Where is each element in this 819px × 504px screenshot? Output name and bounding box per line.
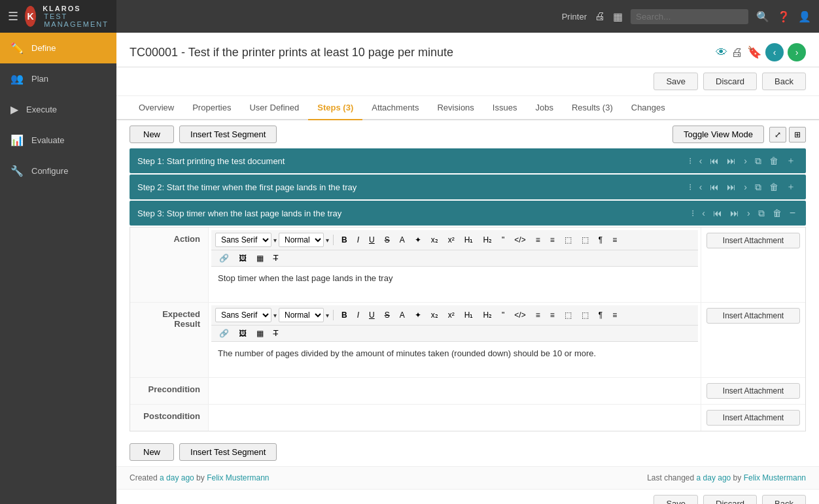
- topbar-search-input[interactable]: [631, 9, 748, 24]
- save-button-bottom[interactable]: Save: [653, 495, 698, 504]
- created-by-link[interactable]: Felix Mustermann: [207, 473, 269, 482]
- step-2-row[interactable]: Step 2: Start the timer when the first p…: [130, 175, 806, 199]
- table-icon[interactable]: ▦: [613, 10, 623, 23]
- tab-changes[interactable]: Changes: [622, 96, 674, 120]
- print-icon[interactable]: 🖨: [731, 46, 743, 59]
- er-quote-btn[interactable]: ": [498, 309, 508, 322]
- er-strikethrough-btn[interactable]: S: [381, 309, 394, 322]
- tab-steps[interactable]: Steps (3): [308, 96, 362, 120]
- step-drag-icon[interactable]: ⁝: [686, 180, 694, 193]
- action-h1-btn[interactable]: H₁: [461, 233, 478, 246]
- action-bold-btn[interactable]: B: [338, 233, 351, 246]
- action-ul-btn[interactable]: ≡: [546, 233, 559, 246]
- step-collapse-icon[interactable]: −: [787, 206, 798, 220]
- tab-overview[interactable]: Overview: [130, 96, 183, 120]
- step-delete-icon[interactable]: 🗑: [767, 154, 781, 167]
- action-sub-btn[interactable]: x₂: [427, 233, 442, 246]
- bookmark-icon[interactable]: 🔖: [747, 45, 761, 59]
- back-button-bottom[interactable]: Back: [762, 495, 806, 504]
- eye-icon[interactable]: 👁: [716, 46, 727, 59]
- step-next-icon[interactable]: ›: [741, 154, 750, 167]
- save-button[interactable]: Save: [653, 73, 698, 90]
- er-sup-btn[interactable]: x²: [444, 309, 459, 322]
- step-delete-icon[interactable]: 🗑: [767, 180, 781, 193]
- action-img-btn[interactable]: 🖼: [235, 252, 251, 265]
- action-quote-btn[interactable]: ": [498, 233, 508, 246]
- er-ol-btn[interactable]: ≡: [532, 309, 544, 322]
- step-prev-icon[interactable]: ‹: [697, 154, 705, 167]
- step-last-icon[interactable]: ⏭: [724, 180, 739, 193]
- discard-button-bottom[interactable]: Discard: [703, 495, 757, 504]
- er-h1-btn[interactable]: H₁: [461, 309, 478, 322]
- er-ul-btn[interactable]: ≡: [546, 309, 559, 322]
- action-clear-btn[interactable]: T̶: [270, 252, 282, 265]
- action-indent-btn[interactable]: ¶: [595, 233, 606, 246]
- step-3-row[interactable]: Step 3: Stop timer when the last page la…: [130, 201, 806, 226]
- step-add-icon[interactable]: ＋: [784, 154, 798, 168]
- er-sub-btn[interactable]: x₂: [427, 309, 442, 322]
- step-first-icon[interactable]: ⏮: [707, 180, 722, 193]
- step-prev-icon[interactable]: ‹: [699, 207, 708, 220]
- er-bold-btn[interactable]: B: [338, 309, 351, 322]
- er-insert-attachment-btn[interactable]: Insert Attachment: [706, 308, 800, 324]
- sidebar-item-plan[interactable]: 👥 Plan: [0, 63, 116, 94]
- er-link-btn[interactable]: 🔗: [215, 327, 233, 340]
- insert-test-segment-button-top[interactable]: Insert Test Segment: [179, 126, 277, 143]
- step-next-icon[interactable]: ›: [741, 180, 750, 193]
- action-h2-btn[interactable]: H₂: [479, 233, 496, 246]
- back-button[interactable]: Back: [762, 73, 806, 90]
- last-changed-time-link[interactable]: a day ago: [697, 473, 731, 482]
- last-changed-by-link[interactable]: Felix Mustermann: [744, 473, 806, 482]
- action-sup-btn[interactable]: x²: [444, 233, 459, 246]
- nav-next-button[interactable]: ›: [788, 43, 806, 61]
- tab-attachments[interactable]: Attachments: [362, 96, 428, 120]
- action-table-btn[interactable]: ▦: [253, 252, 268, 265]
- step-add-icon[interactable]: ＋: [784, 180, 798, 194]
- er-color-btn[interactable]: A: [396, 309, 409, 322]
- action-underline-btn[interactable]: U: [365, 233, 379, 246]
- er-highlight-btn[interactable]: ✦: [411, 309, 425, 322]
- expand-icon[interactable]: ⤢: [769, 127, 786, 143]
- step-next-icon[interactable]: ›: [744, 207, 753, 220]
- step-copy-icon[interactable]: ⧉: [752, 154, 764, 168]
- new-button-top[interactable]: New: [130, 126, 174, 143]
- help-icon[interactable]: ❓: [777, 10, 790, 23]
- step-copy-icon[interactable]: ⧉: [752, 180, 764, 194]
- action-italic-btn[interactable]: I: [353, 233, 363, 246]
- sidebar-item-define[interactable]: ✏️ Define: [0, 33, 116, 63]
- postcondition-editor[interactable]: [209, 405, 701, 431]
- step-prev-icon[interactable]: ‹: [697, 180, 705, 193]
- step-last-icon[interactable]: ⏭: [727, 207, 742, 220]
- action-insert-attachment-btn[interactable]: Insert Attachment: [706, 233, 800, 248]
- er-table-btn[interactable]: ▦: [253, 327, 268, 340]
- toggle-view-button[interactable]: Toggle View Mode: [672, 126, 764, 143]
- action-link-btn[interactable]: 🔗: [215, 252, 233, 265]
- sidebar-item-evaluate[interactable]: 📊 Evaluate: [0, 125, 116, 156]
- er-font-size-select[interactable]: Normal: [279, 308, 324, 322]
- tab-results[interactable]: Results (3): [563, 96, 622, 120]
- step-first-icon[interactable]: ⏮: [710, 207, 725, 220]
- er-indent-btn[interactable]: ¶: [595, 309, 606, 322]
- collapse-icon[interactable]: ⊞: [789, 127, 806, 143]
- action-content[interactable]: Stop timer when the last page lands in t…: [211, 267, 698, 299]
- new-button-bottom[interactable]: New: [130, 443, 174, 461]
- precondition-insert-attachment-btn[interactable]: Insert Attachment: [706, 383, 800, 399]
- nav-prev-button[interactable]: ‹: [765, 43, 784, 61]
- action-highlight-btn[interactable]: ✦: [411, 233, 425, 246]
- step-delete-icon[interactable]: 🗑: [770, 207, 784, 220]
- tab-issues[interactable]: Issues: [483, 96, 527, 120]
- step-last-icon[interactable]: ⏭: [724, 154, 739, 167]
- er-align-right-btn[interactable]: ⬚: [578, 309, 593, 322]
- sidebar-item-configure[interactable]: 🔧 Configure: [0, 156, 116, 186]
- step-first-icon[interactable]: ⏮: [707, 154, 722, 167]
- action-para-btn[interactable]: ≡: [608, 233, 621, 246]
- tab-jobs[interactable]: Jobs: [526, 96, 562, 120]
- tab-properties[interactable]: Properties: [183, 96, 240, 120]
- er-code-btn[interactable]: </>: [510, 309, 529, 322]
- insert-test-segment-button-bottom[interactable]: Insert Test Segment: [179, 443, 277, 461]
- step-1-row[interactable]: Step 1: Start printing the test document…: [130, 148, 806, 173]
- step-drag-icon[interactable]: ⁝: [686, 154, 694, 167]
- action-strikethrough-btn[interactable]: S: [381, 233, 394, 246]
- discard-button[interactable]: Discard: [703, 73, 757, 90]
- er-font-family-select[interactable]: Sans Serif: [215, 308, 271, 322]
